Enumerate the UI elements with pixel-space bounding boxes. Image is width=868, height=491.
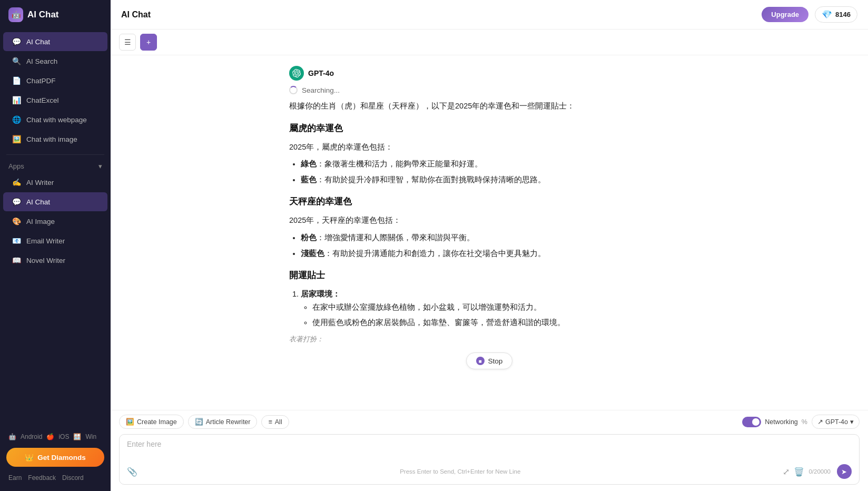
app-label-ai-writer: AI Writer	[26, 179, 54, 186]
model-name-label: GPT-4o	[825, 418, 848, 426]
new-chat-button[interactable]: +	[140, 34, 157, 51]
all-label: All	[275, 418, 282, 426]
article-rewriter-label: Article Rewriter	[206, 418, 251, 426]
gpt-icon	[289, 66, 304, 81]
nav-label-chat-image: Chat with image	[26, 135, 77, 143]
list-item: 使用藍色或粉色的家居裝飾品，如靠墊、窗簾等，營造舒適和諧的環境。	[312, 316, 689, 329]
create-image-label: Create Image	[137, 418, 177, 426]
chat-toolbar: ☰ +	[111, 30, 868, 55]
sidebar-item-chat-pdf[interactable]: 📄ChatPDF	[3, 71, 107, 90]
app-icon-email-writer: 📧	[12, 236, 21, 246]
nav-icon-chat-excel: 📊	[12, 95, 21, 105]
sidebar-item-ai-search[interactable]: 🔍AI Search	[3, 52, 107, 71]
section1-title: 屬虎的幸運色	[289, 121, 689, 136]
earn-link[interactable]: Earn	[8, 474, 22, 482]
apps-item-ai-image[interactable]: 🎨AI Image	[3, 212, 107, 231]
history-button[interactable]: ☰	[119, 34, 136, 51]
feedback-link[interactable]: Feedback	[28, 474, 56, 482]
networking-toggle: Networking %	[742, 417, 807, 427]
app-icon-novel-writer: 📖	[12, 256, 21, 265]
attach-icon[interactable]: 📎	[127, 467, 137, 477]
percent-icon: %	[802, 418, 807, 426]
sidebar-logo[interactable]: 🤖 AI Chat	[0, 0, 111, 30]
apps-item-ai-writer[interactable]: ✍️AI Writer	[3, 173, 107, 192]
main-panel: AI Chat Upgrade 💎 8146 ☰ + GPT-4o	[111, 0, 868, 491]
model-selector[interactable]: ↗ GPT-4o ▾	[812, 415, 860, 429]
nav-label-ai-search: AI Search	[26, 57, 57, 65]
rewriter-icon: 🔄	[195, 418, 203, 426]
sidebar-item-ai-chat[interactable]: 💬AI Chat	[3, 32, 107, 51]
apps-chevron: ▾	[98, 162, 102, 170]
color-pink-label: 粉色	[301, 233, 317, 242]
nav-icon-ai-search: 🔍	[12, 56, 21, 66]
header: AI Chat Upgrade 💎 8146	[111, 0, 868, 30]
networking-label: Networking	[765, 418, 798, 426]
color-lightblue-label: 淺藍色	[301, 249, 324, 258]
nav-icon-chat-image: 🖼️	[12, 134, 21, 144]
app-label-email-writer: Email Writer	[26, 237, 65, 245]
android-link[interactable]: Android	[21, 433, 42, 440]
discord-link[interactable]: Discord	[62, 474, 84, 482]
sidebar-bottom: 🤖 Android 🍎 iOS 🪟 Win 👑 Get Diamonds Ear…	[0, 426, 111, 491]
all-button[interactable]: ≡ All	[261, 415, 289, 429]
input-hint: Press Enter to Send, Ctrl+Enter for New …	[400, 468, 520, 475]
apps-header[interactable]: Apps ▾	[0, 158, 111, 172]
message-block: GPT-4o Searching... 根據你的生肖（虎）和星座（天秤座），以下…	[289, 66, 689, 369]
apple-icon: 🍎	[46, 433, 54, 440]
windows-icon: 🪟	[73, 433, 81, 440]
expand-icon[interactable]: ⤢	[783, 467, 790, 477]
win-link[interactable]: Win	[85, 433, 96, 440]
list-item: 居家環境： 在家中或辦公室擺放綠色植物，如小盆栽，可以增強運勢和活力。 使用藍色…	[301, 288, 689, 329]
apps-item-email-writer[interactable]: 📧Email Writer	[3, 231, 107, 250]
stop-btn-container: ■ Stop	[289, 352, 689, 369]
bottom-toolbar: 🖼️ Create Image 🔄 Article Rewriter ≡ All…	[111, 410, 868, 432]
nav-label-chat-excel: ChatExcel	[26, 96, 59, 104]
upgrade-button[interactable]: Upgrade	[762, 7, 808, 22]
char-counter: 0/20000	[808, 468, 831, 475]
nav-section: 💬AI Chat🔍AI Search📄ChatPDF📊ChatExcel🌐Cha…	[0, 30, 111, 151]
section2-intro: 2025年，天秤座的幸運色包括：	[289, 214, 689, 227]
gems-count: 8146	[835, 11, 851, 18]
app-label-ai-chat-app: AI Chat	[26, 198, 50, 206]
input-area: 📎 Press Enter to Send, Ctrl+Enter for Ne…	[111, 432, 868, 491]
create-image-button[interactable]: 🖼️ Create Image	[119, 415, 184, 429]
color-green-label: 綠色	[301, 160, 317, 168]
section2-title: 天秤座的幸運色	[289, 194, 689, 210]
stop-icon: ■	[476, 357, 485, 365]
section3-title: 開運貼士	[289, 268, 689, 283]
send-button[interactable]: ➤	[837, 464, 852, 479]
article-rewriter-button[interactable]: 🔄 Article Rewriter	[188, 415, 258, 429]
message-header: GPT-4o	[289, 66, 689, 81]
searching-row: Searching...	[289, 86, 689, 94]
apps-items: ✍️AI Writer💬AI Chat🎨AI Image📧Email Write…	[0, 172, 111, 270]
layers-icon: ≡	[268, 418, 272, 426]
sidebar-item-chat-webpage[interactable]: 🌐Chat with webpage	[3, 110, 107, 129]
list-item: 粉色：增強愛情運和人際關係，帶來和諧與平衡。	[301, 231, 689, 244]
apps-item-novel-writer[interactable]: 📖Novel Writer	[3, 251, 107, 270]
apps-item-ai-chat-app[interactable]: 💬AI Chat	[3, 192, 107, 211]
nav-label-chat-pdf: ChatPDF	[26, 77, 56, 85]
input-actions: ⤢ 🗑️ 0/20000 ➤	[783, 464, 852, 479]
bottom-links: Earn Feedback Discord	[0, 471, 111, 487]
chat-content: GPT-4o Searching... 根據你的生肖（虎）和星座（天秤座），以下…	[111, 55, 868, 410]
section3-sub2: 衣著打扮：	[289, 333, 689, 345]
section3-sub: 居家環境：	[301, 290, 340, 298]
color-pink-desc: ：增強愛情運和人際關係，帶來和諧與平衡。	[317, 233, 475, 242]
sidebar-item-chat-excel[interactable]: 📊ChatExcel	[3, 91, 107, 110]
sidebar-item-chat-image[interactable]: 🖼️Chat with image	[3, 130, 107, 149]
list-item: 淺藍色：有助於提升溝通能力和創造力，讓你在社交場合中更具魅力。	[301, 247, 689, 260]
gem-icon: 💎	[822, 9, 832, 19]
chat-input[interactable]	[127, 440, 852, 460]
color-blue-label: 藍色	[301, 175, 317, 184]
nav-icon-ai-chat: 💬	[12, 37, 21, 46]
color-lightblue-desc: ：有助於提升溝通能力和創造力，讓你在社交場合中更具魅力。	[324, 249, 546, 258]
ios-link[interactable]: iOS	[58, 433, 69, 440]
android-icon: 🤖	[8, 433, 16, 440]
stop-button[interactable]: ■ Stop	[466, 352, 513, 369]
arrow-right-icon: ↗	[817, 418, 823, 426]
networking-switch[interactable]	[742, 417, 761, 427]
app-icon-ai-writer: ✍️	[12, 178, 21, 187]
get-diamonds-button[interactable]: 👑 Get Diamonds	[6, 448, 104, 467]
delete-icon[interactable]: 🗑️	[794, 467, 804, 477]
color-blue-desc: ：有助於提升冷靜和理智，幫助你在面對挑戰時保持清晰的思路。	[317, 175, 546, 184]
